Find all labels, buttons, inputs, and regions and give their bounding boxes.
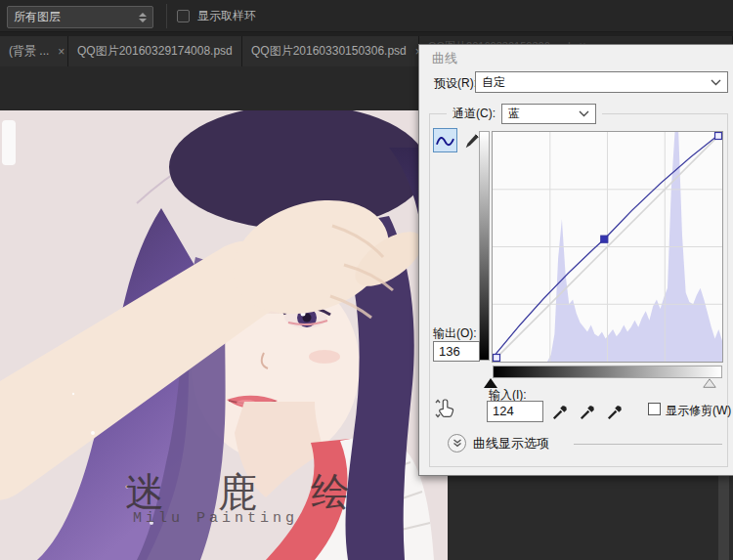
tab-label: QQ图片20160330150306.psd bbox=[251, 43, 407, 60]
photoshop-window: 所有图层 显示取样环 (背景 ... × QQ图片20160329174008.… bbox=[0, 0, 733, 560]
preset-value: 自定 bbox=[482, 74, 711, 91]
options-divider bbox=[574, 444, 722, 445]
layers-filter-dropdown[interactable]: 所有图层 bbox=[7, 6, 153, 28]
panel-strip bbox=[718, 476, 729, 560]
show-clipping-label: 显示修剪(W) bbox=[666, 403, 731, 419]
curve-display-options-label: 曲线显示选项 bbox=[473, 435, 549, 452]
double-chevron-down-icon bbox=[453, 439, 462, 448]
dialog-title: 曲线 bbox=[432, 50, 457, 67]
tab-label: (背景 ... bbox=[9, 43, 49, 60]
white-point-slider[interactable] bbox=[703, 378, 716, 388]
sampling-ring-checkbox[interactable] bbox=[177, 10, 190, 22]
show-clipping-checkbox[interactable] bbox=[648, 403, 661, 415]
sampling-ring-label: 显示取样环 bbox=[197, 0, 256, 32]
curve-graph[interactable] bbox=[492, 131, 723, 363]
channel-row: 通道(C): 蓝 bbox=[447, 102, 602, 125]
channel-dropdown[interactable]: 蓝 bbox=[501, 104, 596, 124]
input-field[interactable]: 124 bbox=[487, 401, 543, 422]
tab-label: QQ图片20160329174008.psd bbox=[77, 43, 233, 60]
edit-points-tool-button[interactable] bbox=[433, 128, 457, 152]
eyedropper-icon bbox=[607, 401, 626, 420]
document-canvas[interactable]: 迷 鹿 绘 Milu Painting bbox=[0, 110, 450, 560]
chevron-down-icon bbox=[711, 79, 721, 86]
curves-dialog: 曲线 预设(R): 自定 通道(C): 蓝 输出(O): 136 bbox=[418, 44, 733, 476]
input-gradient-bar bbox=[493, 366, 722, 378]
watermark-english: Milu Painting bbox=[133, 510, 298, 527]
targeted-adjustment-hand-icon bbox=[433, 397, 458, 420]
channel-label: 通道(C): bbox=[453, 106, 496, 122]
chevron-down-icon bbox=[579, 110, 589, 117]
output-gradient-bar bbox=[479, 131, 490, 361]
tab-document-1[interactable]: (背景 ... × bbox=[0, 36, 68, 66]
layers-filter-value: 所有图层 bbox=[14, 9, 139, 25]
black-point-eyedropper-button[interactable] bbox=[550, 399, 574, 422]
white-point-eyedropper-button[interactable] bbox=[605, 399, 628, 422]
on-image-adjustment-button[interactable] bbox=[431, 395, 460, 422]
tab-document-2[interactable]: QQ图片20160329174008.psd × bbox=[68, 36, 242, 66]
gray-point-eyedropper-button[interactable] bbox=[578, 399, 601, 422]
eyedropper-icon bbox=[580, 401, 599, 420]
preset-label: 预设(R): bbox=[434, 75, 477, 92]
curve-graph-svg[interactable] bbox=[493, 132, 722, 362]
bottom-right-panel bbox=[448, 476, 733, 560]
tab-document-3[interactable]: QQ图片20160330150306.psd × bbox=[242, 36, 419, 66]
curve-display-options-toggle[interactable] bbox=[448, 434, 466, 452]
preset-dropdown[interactable]: 自定 bbox=[475, 71, 728, 93]
channel-value: 蓝 bbox=[508, 106, 579, 122]
toolbar-divider bbox=[166, 4, 167, 28]
output-field[interactable]: 136 bbox=[433, 341, 480, 362]
options-bar: 所有图层 显示取样环 bbox=[0, 0, 733, 32]
eyedropper-icon bbox=[552, 401, 572, 420]
curve-tool-icon bbox=[436, 134, 454, 148]
close-icon[interactable]: × bbox=[58, 45, 65, 59]
output-label: 输出(O): bbox=[433, 325, 477, 342]
stepper-icon bbox=[139, 13, 147, 22]
